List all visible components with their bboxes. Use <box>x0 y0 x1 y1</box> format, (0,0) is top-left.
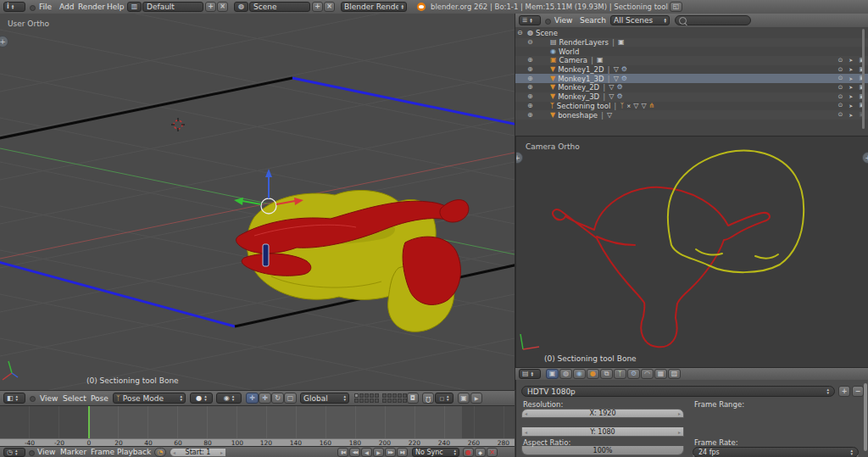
jump-to-end-button[interactable] <box>397 448 408 457</box>
menu-marker[interactable]: Marker <box>57 445 90 457</box>
manipulator-toggle-button[interactable] <box>246 393 259 404</box>
visibility-toggle[interactable] <box>837 103 843 109</box>
selectability-toggle[interactable] <box>849 58 853 64</box>
tab-object[interactable] <box>587 369 599 379</box>
selectability-toggle[interactable] <box>849 112 853 118</box>
visibility-toggle[interactable] <box>837 85 843 91</box>
selectability-toggle[interactable] <box>849 103 853 109</box>
outliner-item-label[interactable]: Scene <box>536 29 558 37</box>
screen-layout-add-button[interactable] <box>205 2 216 12</box>
menu-outliner-search[interactable]: Search <box>576 14 609 27</box>
shading-selector[interactable] <box>190 393 213 404</box>
timeline-playhead[interactable] <box>88 406 90 439</box>
jump-prev-keyframe-button[interactable] <box>349 448 360 457</box>
expand-icon[interactable] <box>527 84 533 91</box>
visibility-toggle[interactable] <box>837 112 843 118</box>
outliner-item-label[interactable]: RenderLayers <box>559 38 609 47</box>
tab-world[interactable] <box>573 369 586 379</box>
outliner-row-world[interactable]: World <box>515 47 868 56</box>
layers-widget[interactable] <box>354 393 402 403</box>
tab-material[interactable] <box>654 369 667 379</box>
screen-layout-field[interactable]: Default <box>142 2 203 12</box>
expand-icon[interactable] <box>517 30 523 36</box>
visibility-toggle[interactable] <box>837 94 843 100</box>
menu-help[interactable]: Help <box>103 0 128 14</box>
expand-icon[interactable] <box>527 75 533 82</box>
selectability-toggle[interactable] <box>849 75 853 81</box>
outliner-item-label[interactable]: Monkey1_3D <box>558 75 604 83</box>
frame-start-field[interactable]: ◂Start: 1▸ <box>170 448 225 457</box>
resolution-y-field[interactable]: ◂Y: 1080▸ <box>521 427 684 437</box>
menu-playback[interactable]: Playback <box>114 445 154 457</box>
header-pin-icon[interactable] <box>30 396 36 402</box>
outliner-row-monkey1-3d[interactable]: Monkey1_3D | <box>515 74 868 83</box>
visibility-toggle[interactable] <box>837 75 843 81</box>
outliner-scrollbar[interactable] <box>862 29 865 129</box>
outliner-row-camera[interactable]: Camera | <box>515 56 868 65</box>
manipulator-translate-button[interactable] <box>259 393 271 404</box>
selectability-toggle[interactable] <box>849 85 853 91</box>
render-preset-selector[interactable]: HDTV 1080p <box>521 386 835 397</box>
opengl-render-button[interactable] <box>458 393 470 404</box>
window-duplicate-button[interactable] <box>670 2 682 12</box>
outliner-item-label[interactable]: World <box>559 47 579 56</box>
viewport-3d[interactable]: User Ortho + (0) Sectioning tool Bone <box>0 14 515 390</box>
screen-layout-delete-button[interactable] <box>217 2 228 12</box>
tab-physics[interactable] <box>641 369 654 379</box>
orientation-selector[interactable]: Global <box>300 393 349 404</box>
expand-icon[interactable] <box>527 103 533 109</box>
lock-to-scene-button[interactable] <box>407 393 419 404</box>
use-preview-range-button[interactable] <box>154 448 166 457</box>
scene-add-button[interactable] <box>312 2 323 12</box>
properties-scrollbar[interactable] <box>864 383 867 451</box>
outliner-row-sectioning-tool[interactable]: Sectioning tool | <box>515 102 868 111</box>
play-reverse-button[interactable] <box>361 448 372 457</box>
outliner-item-label[interactable]: Monkey_3D <box>558 92 599 101</box>
outliner-search-input[interactable] <box>675 15 751 25</box>
snap-target-selector[interactable] <box>435 393 453 404</box>
camera-region-expand-right[interactable]: + <box>862 152 868 164</box>
header-pin-icon[interactable] <box>30 5 36 11</box>
expand-icon[interactable] <box>527 66 533 73</box>
mode-selector[interactable]: Pose Mode <box>113 393 186 404</box>
menu-pose[interactable]: Pose <box>87 392 112 405</box>
timeline-canvas[interactable] <box>0 405 515 439</box>
tab-texture[interactable] <box>668 369 681 379</box>
menu-view[interactable]: View <box>36 392 61 405</box>
menu-file[interactable]: File <box>36 0 55 14</box>
jump-to-start-button[interactable] <box>337 448 348 457</box>
sync-mode-selector[interactable]: No Sync <box>412 448 459 457</box>
tab-render[interactable] <box>546 369 559 379</box>
scene-field[interactable]: Scene <box>249 2 310 12</box>
outliner-item-label[interactable]: Camera <box>559 56 587 64</box>
opengl-render-anim-button[interactable] <box>470 393 482 404</box>
play-button[interactable] <box>373 448 384 457</box>
outliner-item-label[interactable]: Sectioning tool <box>557 102 611 110</box>
scene-icon-button[interactable] <box>234 2 248 12</box>
outliner-row-boneshape[interactable]: boneshape | <box>515 110 868 120</box>
outliner-row-monkey1-2d[interactable]: Monkey1_2D | <box>515 65 868 75</box>
menu-timeline-view[interactable]: View <box>34 445 58 457</box>
menu-outliner-view[interactable]: View <box>551 14 576 27</box>
snap-toggle-button[interactable] <box>422 393 434 404</box>
viewport-camera[interactable]: Camera Ortho (0) Sectioning tool Bone + … <box>515 136 868 368</box>
frame-rate-selector[interactable]: 24 fps <box>693 447 859 457</box>
editor-type-3dview-selector[interactable] <box>3 393 25 404</box>
visibility-toggle[interactable] <box>837 58 843 64</box>
outliner-row-monkey-3d[interactable]: Monkey_3D | <box>515 92 868 102</box>
manipulator-scale-button[interactable] <box>284 393 297 404</box>
jump-next-keyframe-button[interactable] <box>385 448 396 457</box>
screen-layout-icon-button[interactable] <box>127 2 142 12</box>
scene-delete-button[interactable] <box>324 2 335 12</box>
keying-set-delete-button[interactable] <box>487 448 498 457</box>
tab-object-data[interactable] <box>614 369 626 379</box>
outliner-item-label[interactable]: Monkey_2D <box>558 83 599 92</box>
manipulator-rotate-button[interactable] <box>271 393 284 404</box>
outliner-row-scene[interactable]: Scene <box>515 29 868 38</box>
visibility-toggle[interactable] <box>837 67 843 73</box>
tab-modifiers[interactable] <box>627 369 640 379</box>
preset-add-button[interactable] <box>838 386 850 397</box>
selectability-toggle[interactable] <box>849 94 853 100</box>
keying-set-insert-button[interactable] <box>475 448 486 457</box>
expand-icon[interactable] <box>527 112 533 119</box>
